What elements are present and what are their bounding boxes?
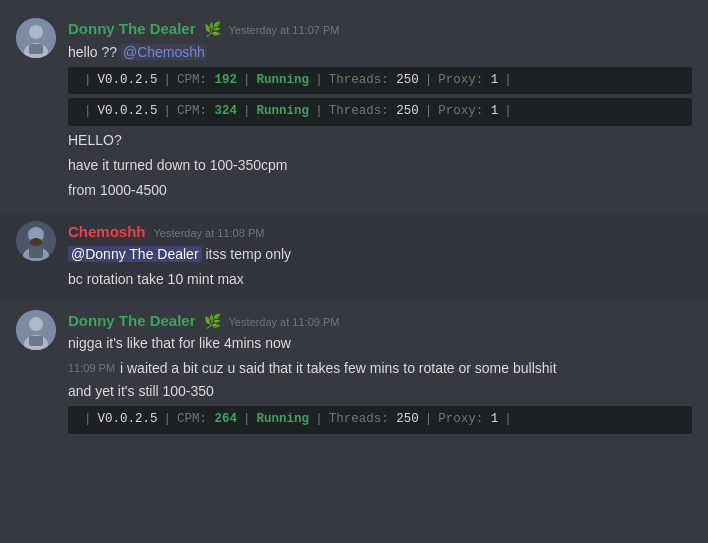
mention-chemoshh: @Chemoshh (121, 44, 207, 60)
avatar-chemoshh-1 (16, 221, 56, 261)
message-line-2-1: @Donny The Dealer itss temp only (68, 244, 692, 265)
message-line-3-3: and yet it's still 100-350 (68, 381, 692, 402)
messages-container: Donny The Dealer 🌿 Yesterday at 11:07 PM… (0, 0, 708, 456)
message-group-3: Donny The Dealer 🌿 Yesterday at 11:09 PM… (0, 302, 708, 446)
message-header-2: Chemoshh Yesterday at 11:08 PM (68, 221, 692, 242)
timestamp-3: Yesterday at 11:09 PM (229, 315, 340, 330)
leaf-icon-1: 🌿 (204, 20, 221, 40)
message-line-3-1: nigga it's like that for like 4mins now (68, 333, 692, 354)
statusbar-1-1: | V0.0.2.5 | CPM: 192 | Running | Thread… (68, 67, 692, 95)
svg-point-8 (30, 238, 42, 246)
svg-point-10 (29, 317, 43, 331)
svg-rect-7 (29, 247, 43, 258)
timestamp-2: Yesterday at 11:08 PM (154, 226, 265, 241)
leaf-icon-2: 🌿 (204, 312, 221, 332)
message-content-1: Donny The Dealer 🌿 Yesterday at 11:07 PM… (68, 18, 692, 205)
username-donny-2: Donny The Dealer (68, 310, 196, 331)
message-line-3-2: i waited a bit cuz u said that it takes … (120, 358, 692, 379)
side-timestamp: 11:09 PM (68, 361, 115, 376)
message-group-2: Chemoshh Yesterday at 11:08 PM @Donny Th… (0, 213, 708, 302)
username-chemoshh-1: Chemoshh (68, 221, 146, 242)
message-group-1: Donny The Dealer 🌿 Yesterday at 11:07 PM… (0, 10, 708, 213)
message-header-1: Donny The Dealer 🌿 Yesterday at 11:07 PM (68, 18, 692, 40)
avatar-donny-1 (16, 18, 56, 58)
message-content-3: Donny The Dealer 🌿 Yesterday at 11:09 PM… (68, 310, 692, 438)
username-donny-1: Donny The Dealer (68, 18, 196, 39)
message-line-1-3: HELLO? (68, 130, 692, 151)
statusbar-3-1: | V0.0.2.5 | CPM: 264 | Running | Thread… (68, 406, 692, 434)
svg-rect-12 (29, 336, 43, 346)
mention-donny: @Donny The Dealer (68, 246, 202, 262)
statusbar-1-2: | V0.0.2.5 | CPM: 324 | Running | Thread… (68, 98, 692, 126)
message-content-2: Chemoshh Yesterday at 11:08 PM @Donny Th… (68, 221, 692, 294)
svg-point-1 (29, 25, 43, 39)
message-line-1-5: from 1000-4500 (68, 180, 692, 201)
avatar-donny-2 (16, 310, 56, 350)
message-line-1-4: have it turned down to 100-350cpm (68, 155, 692, 176)
message-line-2-2: bc rotation take 10 mint max (68, 269, 692, 290)
timestamp-1: Yesterday at 11:07 PM (229, 23, 340, 38)
message-line-1-1: hello ?? @Chemoshh (68, 42, 692, 63)
message-header-3: Donny The Dealer 🌿 Yesterday at 11:09 PM (68, 310, 692, 332)
svg-rect-3 (29, 44, 43, 54)
message-line-3-2-wrap: 11:09 PM i waited a bit cuz u said that … (68, 358, 692, 379)
